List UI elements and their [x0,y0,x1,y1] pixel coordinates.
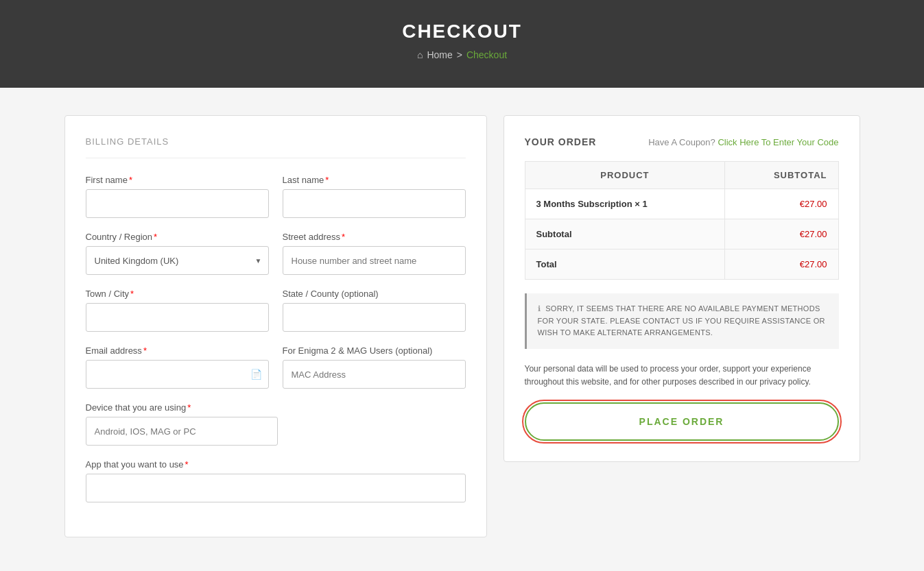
email-group: Email address* 📄 [86,345,269,389]
email-input-wrapper: 📄 [86,360,269,389]
payment-warning: ℹ SORRY, IT SEEMS THAT THERE ARE NO AVAI… [525,293,839,349]
app-group: App that you want to use* [86,459,466,502]
app-input[interactable] [86,474,466,502]
product-col-header: PRODUCT [525,162,725,189]
subtotal-row: Subtotal €27.00 [525,219,838,250]
device-input[interactable] [86,417,278,446]
order-title: YOUR ORDER [525,136,597,147]
email-icon: 📄 [250,369,262,380]
order-table: PRODUCT SUBTOTAL 3 Months Subscription ×… [525,161,839,280]
first-name-input[interactable] [86,189,269,218]
state-input[interactable] [283,303,466,332]
email-mac-row: Email address* 📄 For Enigma 2 & MAG User… [86,345,466,389]
breadcrumb-separator: > [457,49,462,60]
country-select[interactable]: United Kingdom (UK) [86,246,269,275]
subtotal-value: €27.00 [725,219,838,250]
privacy-text: Your personal data will be used to proce… [525,363,839,389]
last-name-input[interactable] [283,189,466,218]
subtotal-label: Subtotal [525,219,725,250]
street-address-group: Street address* [283,232,466,275]
country-group: Country / Region* United Kingdom (UK) [86,232,269,275]
breadcrumb-home[interactable]: Home [427,49,452,60]
town-label: Town / City* [86,289,269,299]
app-row: App that you want to use* [86,459,466,502]
main-content: BILLING DETAILS First name* Last name* C… [51,115,874,537]
device-group: Device that you are using* [86,402,466,446]
first-name-label: First name* [86,175,269,185]
total-value: €27.00 [725,250,838,280]
country-label: Country / Region* [86,232,269,242]
name-row: First name* Last name* [86,175,466,218]
app-label: App that you want to use* [86,459,466,470]
street-address-label: Street address* [283,232,466,242]
product-price: €27.00 [725,189,838,219]
total-row: Total €27.00 [525,250,838,280]
email-label: Email address* [86,345,269,356]
mac-address-label: For Enigma 2 & MAG Users (optional) [283,345,466,356]
street-address-input[interactable] [283,246,466,275]
billing-panel: BILLING DETAILS First name* Last name* C… [64,115,487,537]
device-label: Device that you are using* [86,402,466,413]
subtotal-col-header: SUBTOTAL [725,162,838,189]
page-header: CHECKOUT ⌂ Home > Checkout [0,0,924,88]
town-state-row: Town / City* State / County (optional) [86,289,466,332]
state-group: State / County (optional) [283,289,466,332]
town-group: Town / City* [86,289,269,332]
billing-section-title: BILLING DETAILS [86,136,466,158]
state-label: State / County (optional) [283,289,466,299]
page-title: CHECKOUT [14,21,910,42]
last-name-label: Last name* [283,175,466,185]
breadcrumb: ⌂ Home > Checkout [14,49,910,60]
order-panel: YOUR ORDER Have A Coupon? Click Here To … [504,115,860,462]
mac-address-input[interactable] [283,360,466,389]
first-name-group: First name* [86,175,269,218]
place-order-button[interactable]: PLACE ORDER [525,402,839,441]
email-input[interactable] [86,360,269,389]
product-name: 3 Months Subscription × 1 [525,189,725,219]
order-header: YOUR ORDER Have A Coupon? Click Here To … [525,136,839,147]
coupon-link[interactable]: Click Here To Enter Your Code [718,137,838,147]
mac-address-group: For Enigma 2 & MAG Users (optional) [283,345,466,389]
home-icon: ⌂ [417,49,423,60]
breadcrumb-current: Checkout [466,49,507,60]
last-name-group: Last name* [283,175,466,218]
warning-icon: ℹ [538,304,541,313]
town-input[interactable] [86,303,269,332]
country-street-row: Country / Region* United Kingdom (UK) St… [86,232,466,275]
country-select-wrapper: United Kingdom (UK) [86,246,269,275]
coupon-section: Have A Coupon? Click Here To Enter Your … [648,137,838,147]
table-row: 3 Months Subscription × 1 €27.00 [525,189,838,219]
total-label: Total [525,250,725,280]
device-row: Device that you are using* [86,402,466,446]
